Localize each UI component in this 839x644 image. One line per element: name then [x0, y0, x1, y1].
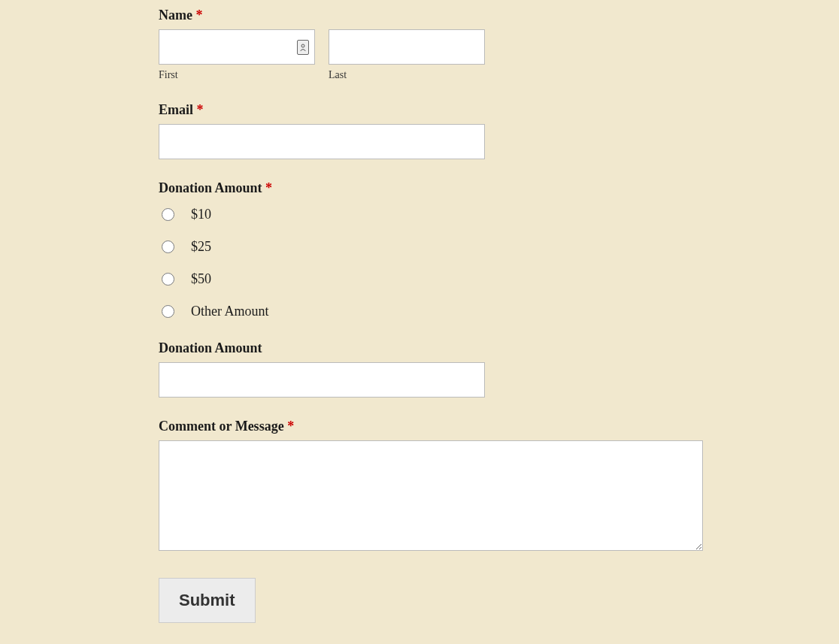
radio-option-50: $50 [162, 271, 704, 287]
email-label: Email * [159, 102, 704, 118]
name-label-text: Name [159, 8, 192, 23]
first-name-input-wrap [159, 29, 315, 65]
donation-radio-label-text: Donation Amount [159, 180, 262, 195]
email-label-text: Email [159, 102, 193, 117]
donation-form: Name * First Last [159, 8, 704, 623]
donation-radio-required-asterisk: * [265, 180, 272, 195]
radio-option-other: Other Amount [162, 304, 704, 319]
radio-label-other: Other Amount [191, 304, 269, 319]
name-field-group: Name * First Last [159, 8, 704, 81]
radio-input-10[interactable] [162, 208, 174, 221]
first-name-wrapper: First [159, 29, 315, 81]
donation-radio-label: Donation Amount * [159, 180, 704, 196]
donation-text-group: Donation Amount [159, 340, 704, 398]
radio-label-50: $50 [191, 271, 211, 287]
first-name-input[interactable] [159, 29, 315, 65]
name-required-asterisk: * [195, 8, 202, 23]
comment-label-text: Comment or Message [159, 419, 284, 434]
last-name-wrapper: Last [329, 29, 485, 81]
comment-required-asterisk: * [287, 419, 294, 434]
radio-option-10: $10 [162, 207, 704, 222]
donation-text-label: Donation Amount [159, 340, 704, 356]
radio-input-25[interactable] [162, 240, 174, 253]
email-input[interactable] [159, 124, 485, 159]
donation-amount-input[interactable] [159, 362, 485, 398]
radio-label-25: $25 [191, 239, 211, 255]
comment-field-group: Comment or Message * [159, 419, 704, 554]
comment-textarea[interactable] [159, 440, 703, 551]
donation-text-label-text: Donation Amount [159, 340, 262, 355]
radio-options-container: $10 $25 $50 Other Amount [159, 207, 704, 319]
donation-radio-group: Donation Amount * $10 $25 $50 Other Amou… [159, 180, 704, 319]
radio-input-other[interactable] [162, 305, 174, 318]
comment-label: Comment or Message * [159, 419, 704, 434]
email-field-group: Email * [159, 102, 704, 159]
name-row: First Last [159, 29, 704, 81]
email-required-asterisk: * [197, 102, 204, 117]
radio-label-10: $10 [191, 207, 211, 222]
radio-option-25: $25 [162, 239, 704, 255]
name-label: Name * [159, 8, 704, 23]
submit-button[interactable]: Submit [159, 578, 256, 623]
last-name-sublabel: Last [329, 69, 485, 81]
first-name-sublabel: First [159, 69, 315, 81]
last-name-input[interactable] [329, 29, 485, 65]
radio-input-50[interactable] [162, 273, 174, 286]
